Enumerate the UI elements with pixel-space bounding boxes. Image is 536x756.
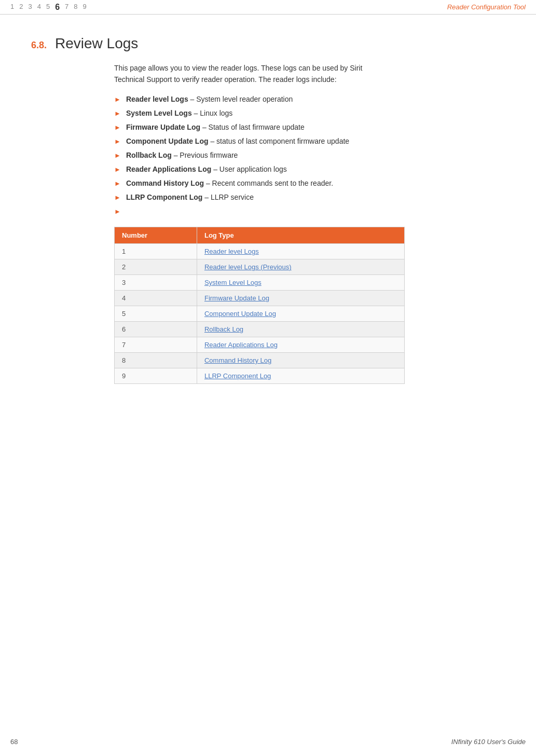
cell-number: 7 bbox=[115, 337, 197, 353]
table-row: 1Reader level Logs bbox=[115, 244, 405, 259]
table-row: 9LLRP Component Log bbox=[115, 368, 405, 384]
cell-number: 1 bbox=[115, 244, 197, 259]
bullet-arrow-2: ► bbox=[114, 108, 121, 119]
cell-number: 8 bbox=[115, 353, 197, 368]
bullet-text-8: LLRP Component Log – LLRP service bbox=[126, 192, 254, 203]
chapter-nav[interactable]: 1 2 3 4 5 6 7 8 9 bbox=[10, 3, 87, 12]
cell-number: 5 bbox=[115, 306, 197, 322]
bullet-item-3: ► Firmware Update Log – Status of last f… bbox=[114, 122, 505, 133]
section-description: This page allows you to view the reader … bbox=[114, 62, 505, 86]
log-table: Number Log Type 1Reader level Logs2Reade… bbox=[114, 227, 405, 384]
section-title: Review Logs bbox=[55, 35, 138, 52]
bullet-item-5: ► Rollback Log – Previous firmware bbox=[114, 150, 505, 161]
col-header-logtype: Log Type bbox=[197, 227, 404, 244]
cell-log-type: Component Update Log bbox=[197, 306, 404, 322]
app-title: Reader Configuration Tool bbox=[447, 3, 526, 11]
nav-item-1[interactable]: 1 bbox=[10, 3, 14, 12]
bullet-text-2: System Level Logs – Linux logs bbox=[126, 108, 232, 119]
cell-log-type: Reader level Logs (Previous) bbox=[197, 259, 404, 275]
bullet-text-6: Reader Applications Log – User applicati… bbox=[126, 164, 287, 175]
page-header: 1 2 3 4 5 6 7 8 9 Reader Configuration T… bbox=[0, 0, 536, 15]
description-line2: Technical Support to verify reader opera… bbox=[114, 75, 337, 84]
cell-number: 3 bbox=[115, 275, 197, 291]
bullet-list: ► Reader level Logs – System level reade… bbox=[114, 94, 505, 217]
section-number: 6.8. bbox=[31, 40, 47, 51]
bullet-item-7: ► Command History Log – Recent commands … bbox=[114, 178, 505, 189]
bullet-arrow-8: ► bbox=[114, 193, 121, 203]
cell-log-type: Reader Applications Log bbox=[197, 337, 404, 353]
bullet-text-3: Firmware Update Log – Status of last fir… bbox=[126, 122, 305, 133]
nav-item-4[interactable]: 4 bbox=[37, 3, 41, 12]
bullet-arrow-9: ► bbox=[114, 207, 121, 217]
nav-item-3[interactable]: 3 bbox=[28, 3, 32, 12]
table-row: 5Component Update Log bbox=[115, 306, 405, 322]
nav-item-2[interactable]: 2 bbox=[19, 3, 23, 12]
section-heading: 6.8. Review Logs bbox=[31, 35, 505, 52]
cell-number: 4 bbox=[115, 291, 197, 306]
cell-log-type: Command History Log bbox=[197, 353, 404, 368]
bullet-arrow-4: ► bbox=[114, 136, 121, 147]
nav-item-7[interactable]: 7 bbox=[65, 3, 68, 12]
table-row: 8Command History Log bbox=[115, 353, 405, 368]
page-number: 68 bbox=[10, 738, 18, 746]
table-row: 4Firmware Update Log bbox=[115, 291, 405, 306]
cell-number: 6 bbox=[115, 322, 197, 337]
brand-label: INfinity 610 User's Guide bbox=[451, 738, 526, 746]
description-line1: This page allows you to view the reader … bbox=[114, 64, 362, 72]
bullet-arrow-6: ► bbox=[114, 164, 121, 175]
col-header-number: Number bbox=[115, 227, 197, 244]
bullet-arrow-5: ► bbox=[114, 150, 121, 161]
bullet-text-5: Rollback Log – Previous firmware bbox=[126, 150, 238, 161]
bullet-item-8: ► LLRP Component Log – LLRP service bbox=[114, 192, 505, 203]
cell-log-type: Firmware Update Log bbox=[197, 291, 404, 306]
bullet-item-2: ► System Level Logs – Linux logs bbox=[114, 108, 505, 119]
cell-number: 9 bbox=[115, 368, 197, 384]
main-content: 6.8. Review Logs This page allows you to… bbox=[0, 15, 536, 415]
nav-item-6[interactable]: 6 bbox=[55, 3, 60, 12]
bullet-arrow-3: ► bbox=[114, 122, 121, 133]
cell-log-type: Reader level Logs bbox=[197, 244, 404, 259]
bullet-item-4: ► Component Update Log – status of last … bbox=[114, 136, 505, 147]
nav-item-5[interactable]: 5 bbox=[46, 3, 50, 12]
cell-log-type: LLRP Component Log bbox=[197, 368, 404, 384]
table-row: 7Reader Applications Log bbox=[115, 337, 405, 353]
bullet-arrow-1: ► bbox=[114, 94, 121, 105]
bullet-item-6: ► Reader Applications Log – User applica… bbox=[114, 164, 505, 175]
bullet-item-1: ► Reader level Logs – System level reade… bbox=[114, 94, 505, 105]
nav-item-8[interactable]: 8 bbox=[74, 3, 77, 12]
cell-log-type: Rollback Log bbox=[197, 322, 404, 337]
table-header-row: Number Log Type bbox=[115, 227, 405, 244]
bullet-text-7: Command History Log – Recent commands se… bbox=[126, 178, 333, 189]
cell-number: 2 bbox=[115, 259, 197, 275]
nav-item-9[interactable]: 9 bbox=[83, 3, 87, 12]
table-row: 6Rollback Log bbox=[115, 322, 405, 337]
bullet-text-1: Reader level Logs – System level reader … bbox=[126, 94, 293, 105]
bullet-item-9: ► bbox=[114, 206, 505, 217]
table-row: 2Reader level Logs (Previous) bbox=[115, 259, 405, 275]
table-row: 3System Level Logs bbox=[115, 275, 405, 291]
bullet-text-4: Component Update Log – status of last co… bbox=[126, 136, 349, 147]
page-footer: 68 INfinity 610 User's Guide bbox=[10, 738, 526, 746]
bullet-arrow-7: ► bbox=[114, 178, 121, 189]
cell-log-type: System Level Logs bbox=[197, 275, 404, 291]
